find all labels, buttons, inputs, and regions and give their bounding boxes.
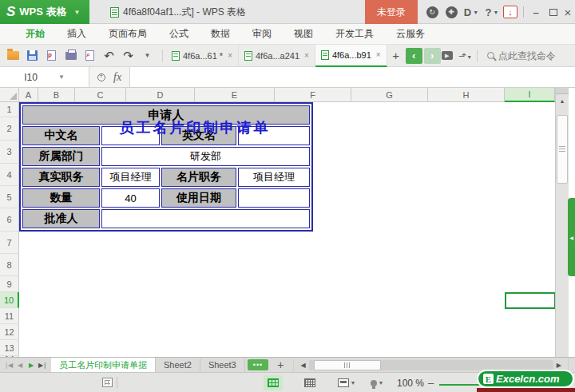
menu-tab-审阅[interactable]: 审阅 xyxy=(252,27,272,41)
column-header-D[interactable]: D xyxy=(126,88,195,102)
sheet-tab-Sheet3[interactable]: Sheet3 xyxy=(200,358,245,372)
login-button[interactable]: 未登录 xyxy=(365,0,418,24)
scroll-left-icon[interactable]: ◀ xyxy=(300,362,305,369)
print-preview-icon[interactable]: ⌕ xyxy=(83,49,97,62)
page-layout-view-icon[interactable]: ▼ xyxy=(334,375,359,390)
horizontal-scroll-thumb[interactable] xyxy=(314,360,381,370)
menu-tab-插入[interactable]: 插入 xyxy=(67,27,86,41)
row-header-10[interactable]: 10 xyxy=(0,292,19,308)
export-pdf-icon[interactable]: p xyxy=(45,49,58,62)
skin-menu-icon[interactable]: D▼ xyxy=(462,0,481,24)
form-value-cell[interactable]: 40 xyxy=(101,188,160,208)
row-header-1[interactable]: 1 xyxy=(0,102,19,117)
sheet-tab-员工名片印制申请单据[interactable]: 员工名片印制申请单据 xyxy=(51,358,156,372)
logo-dropdown-caret-icon[interactable]: ▼ xyxy=(74,9,81,16)
sync-icon[interactable]: ↻ xyxy=(423,0,441,24)
row-header-13[interactable]: 13 xyxy=(0,340,19,356)
row-header-9[interactable]: 9 xyxy=(0,276,19,292)
print-icon[interactable] xyxy=(64,49,77,62)
close-tab-icon[interactable]: × xyxy=(228,51,232,60)
row-header-4[interactable]: 4 xyxy=(0,164,19,186)
name-box-caret-icon[interactable]: ▼ xyxy=(58,73,65,81)
settings-icon[interactable]: ✚ xyxy=(442,0,460,24)
split-handle[interactable] xyxy=(556,88,569,94)
menu-tab-视图[interactable]: 视图 xyxy=(294,27,313,41)
reading-mode-icon[interactable]: ▼ xyxy=(364,375,390,390)
normal-view-icon[interactable] xyxy=(264,375,283,390)
form-value-cell[interactable] xyxy=(101,209,310,228)
command-search[interactable] xyxy=(481,50,570,61)
tab-forward-button[interactable]: › xyxy=(424,48,441,64)
scroll-right-icon[interactable]: ▶ xyxy=(557,362,561,369)
document-tab-1[interactable]: 4f6a...61 *× xyxy=(166,45,239,67)
menu-tab-数据[interactable]: 数据 xyxy=(211,27,230,41)
vertical-scroll-thumb[interactable] xyxy=(557,115,568,184)
undo-icon[interactable]: ↶ xyxy=(102,49,116,62)
row-header-8[interactable]: 8 xyxy=(0,254,19,276)
insert-function-icon[interactable]: fx xyxy=(113,71,121,84)
form-value-cell[interactable]: 研发部 xyxy=(101,147,310,166)
menu-tab-公式[interactable]: 公式 xyxy=(169,27,188,41)
column-header-G[interactable]: G xyxy=(351,88,428,102)
menu-tab-页面布局[interactable]: 页面布局 xyxy=(109,27,147,41)
command-search-input[interactable] xyxy=(498,50,570,61)
form-label-cell[interactable]: 所属部门 xyxy=(22,147,100,166)
form-label-cell[interactable]: 数量 xyxy=(22,188,100,208)
select-all-corner[interactable] xyxy=(0,88,19,102)
page-break-view-icon[interactable] xyxy=(300,375,319,390)
row-header-12[interactable]: 12 xyxy=(0,324,19,340)
scroll-up-icon[interactable]: ▲ xyxy=(556,95,569,106)
zoom-out-button[interactable]: – xyxy=(428,377,434,389)
form-value-cell[interactable] xyxy=(238,188,310,208)
row-header-5[interactable]: 5 xyxy=(0,186,19,208)
zoom-formula-icon[interactable] xyxy=(97,73,105,81)
add-sheet-button[interactable]: + xyxy=(271,358,290,372)
vertical-scrollbar[interactable]: ▲ xyxy=(555,88,569,357)
column-header-I[interactable]: I xyxy=(505,88,555,102)
row-header-7[interactable]: 7 xyxy=(0,232,19,254)
column-header-C[interactable]: C xyxy=(75,88,126,102)
column-header-E[interactable]: E xyxy=(195,88,275,102)
column-header-A[interactable]: A xyxy=(19,88,38,102)
formula-input[interactable] xyxy=(129,67,575,87)
maximize-button[interactable] xyxy=(545,0,562,24)
help-menu-icon[interactable]: ?▼ xyxy=(482,0,502,24)
menu-tab-开发工具[interactable]: 开发工具 xyxy=(335,27,374,41)
row-header-2[interactable]: 2 xyxy=(0,117,19,141)
row-header-6[interactable]: 6 xyxy=(0,208,19,232)
close-button[interactable]: × xyxy=(561,0,575,24)
first-sheet-icon[interactable]: ∣◀ xyxy=(4,362,14,369)
wps-logo[interactable]: S WPS 表格 ▼ xyxy=(0,0,89,24)
sheet-tab-Sheet2[interactable]: Sheet2 xyxy=(156,358,200,372)
column-header-H[interactable]: H xyxy=(428,88,505,102)
form-label-cell[interactable]: 真实职务 xyxy=(22,168,100,187)
forward-file-icon[interactable]: ⬏▼ xyxy=(458,50,474,61)
column-header-B[interactable]: B xyxy=(38,88,75,102)
download-icon[interactable]: ↓ xyxy=(502,0,519,24)
redo-icon[interactable]: ↷ xyxy=(121,49,135,62)
form-label-cell[interactable]: 批准人 xyxy=(22,209,100,228)
form-value-cell[interactable]: 项目经理 xyxy=(238,168,310,187)
next-sheet-icon[interactable]: ▶ xyxy=(26,362,36,369)
column-header-F[interactable]: F xyxy=(275,88,351,102)
close-tab-icon[interactable]: × xyxy=(304,51,309,60)
menu-tab-开始[interactable]: 开始 xyxy=(26,27,45,41)
row-header-11[interactable]: 11 xyxy=(0,308,19,324)
menu-tab-云服务[interactable]: 云服务 xyxy=(396,27,425,41)
document-tab-3[interactable]: 4f6a...b91× xyxy=(315,45,387,67)
tab-back-button[interactable]: ‹ xyxy=(406,48,422,64)
task-pane-toggle[interactable]: ◀ xyxy=(568,198,575,276)
toolbar-customize-caret-icon[interactable]: ▼ xyxy=(141,49,154,62)
last-sheet-icon[interactable]: ▶∣ xyxy=(38,362,47,369)
new-document-tab-button[interactable]: + xyxy=(387,49,405,62)
prev-sheet-icon[interactable]: ◀ xyxy=(15,362,25,369)
save-icon[interactable] xyxy=(26,49,39,62)
document-tab-2[interactable]: 4f6a...a241× xyxy=(239,45,315,67)
form-value-cell[interactable]: 项目经理 xyxy=(101,168,160,187)
name-box[interactable]: I10 ▼ xyxy=(0,67,89,87)
sheet-canvas[interactable]: 员工名片印制申请单 申请人中文名英文名所属部门研发部真实职务项目经理名片职务项目… xyxy=(19,102,555,357)
horizontal-scrollbar[interactable] xyxy=(309,360,553,370)
minimize-button[interactable]: – xyxy=(527,0,545,24)
sheet-list-button[interactable]: ••• xyxy=(248,359,268,370)
form-label-cell[interactable]: 使用日期 xyxy=(161,188,236,208)
